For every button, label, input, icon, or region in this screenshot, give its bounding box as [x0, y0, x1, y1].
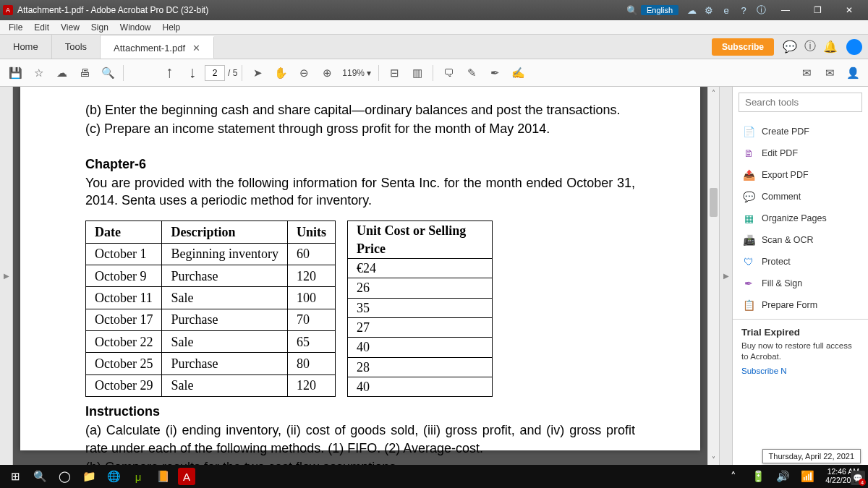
zoom-out-icon[interactable]: ⊖ — [293, 62, 315, 84]
instructions-heading: Instructions — [85, 403, 635, 420]
highlight-icon[interactable]: ✎ — [461, 62, 482, 84]
left-panel-toggle[interactable]: ▶ — [0, 87, 13, 465]
trial-heading: Trial Expired — [741, 327, 859, 338]
page-indicator: / 5 — [205, 65, 237, 81]
close-button[interactable]: ✕ — [833, 0, 865, 20]
task-view-icon[interactable]: ◯ — [52, 465, 77, 488]
tools-list: 📄Create PDF 🗎Edit PDF 📤Export PDF 💬Comme… — [733, 118, 868, 319]
utorrent-icon[interactable]: μ — [126, 465, 150, 488]
taskbar-search-icon[interactable]: 🔍 — [27, 465, 52, 488]
table-row: October 11Sale100 — [86, 287, 336, 309]
wifi-icon[interactable]: 📶 — [795, 465, 820, 488]
subscribe-button[interactable]: Subscribe — [712, 38, 774, 56]
hand-icon[interactable]: ✋ — [270, 62, 292, 84]
table-row: October 22Sale65 — [86, 331, 336, 353]
page-current-input[interactable] — [205, 65, 225, 81]
stamp-icon[interactable]: ✍ — [507, 62, 529, 84]
cloud-icon[interactable]: ☁ — [683, 5, 700, 16]
bell-icon[interactable]: 🔔 — [820, 35, 841, 59]
tool-organize[interactable]: ▦Organize Pages — [733, 207, 868, 229]
tool-protect[interactable]: 🛡Protect — [733, 251, 868, 273]
sign-icon[interactable]: ✒ — [484, 62, 506, 84]
tool-comment[interactable]: 💬Comment — [733, 186, 868, 207]
fit-page-icon[interactable]: ▥ — [407, 62, 428, 84]
save-icon[interactable]: 💾 — [4, 62, 26, 84]
tray-chevron-icon[interactable]: ˄ — [721, 465, 746, 488]
language-badge[interactable]: English — [641, 5, 678, 15]
info-icon[interactable]: ⓘ — [752, 4, 770, 17]
page-up-icon[interactable]: ⭡ — [158, 62, 180, 84]
volume-icon[interactable]: 🔊 — [770, 465, 795, 488]
scroll-down-icon[interactable]: ˅ — [708, 453, 719, 465]
trial-notice: Trial Expired Buy now to restore full ac… — [733, 319, 868, 380]
start-button[interactable]: ⊞ — [3, 465, 27, 488]
scroll-thumb[interactable] — [710, 188, 718, 217]
table-row: 28 — [347, 357, 492, 377]
inventory-table-1: DateDescriptionUnits October 1Beginning … — [85, 221, 336, 397]
vertical-scrollbar[interactable]: ˄ ˅ — [707, 87, 719, 465]
avatar[interactable] — [846, 39, 862, 55]
right-panel-toggle[interactable]: ▶ — [719, 87, 732, 465]
table-row: 26 — [347, 278, 492, 298]
acrobat-taskbar-icon[interactable]: A — [178, 468, 195, 485]
table-row: October 1Beginning inventory60 — [86, 243, 336, 265]
content-area: ▶ (b) Enter the beginning cash and share… — [0, 87, 868, 465]
menu-help[interactable]: Help — [157, 22, 187, 33]
battery-icon[interactable]: 🔋 — [746, 465, 770, 488]
menu-view[interactable]: View — [55, 22, 85, 33]
table-row: 35 — [347, 298, 492, 317]
menu-window[interactable]: Window — [114, 22, 157, 33]
menu-file[interactable]: File — [3, 22, 28, 33]
search-icon[interactable]: 🔍 — [624, 5, 641, 16]
tab-document[interactable]: Attachment-1.pdf ✕ — [101, 36, 214, 59]
inventory-tables: DateDescriptionUnits October 1Beginning … — [85, 221, 635, 397]
windows-taskbar: ⊞ 🔍 ◯ 📁 🌐 μ 📙 A Thursday, April 22, 2021… — [0, 465, 868, 488]
document-toolbar: 💾 ☆ ☁ 🖶 🔍 ⭡ ⭣ / 5 ➤ ✋ ⊖ ⊕ 119% ▾ ⊟ ▥ 🗨 ✎… — [0, 59, 868, 87]
table-row: 27 — [347, 317, 492, 337]
close-icon[interactable]: ✕ — [192, 43, 200, 53]
document-viewport[interactable]: (b) Enter the beginning cash and share c… — [13, 87, 707, 465]
zoom-in-icon[interactable]: ⊕ — [316, 62, 338, 84]
zoom-level[interactable]: 119% ▾ — [339, 68, 374, 78]
tab-tools[interactable]: Tools — [52, 35, 101, 59]
tool-export-pdf[interactable]: 📤Export PDF — [733, 164, 868, 186]
page-down-icon[interactable]: ⭣ — [182, 62, 203, 84]
text-line: (b) Enter the beginning cash and share c… — [85, 101, 635, 119]
tool-prepare-form[interactable]: 📋Prepare Form — [733, 294, 868, 316]
star-icon[interactable]: ☆ — [27, 62, 49, 84]
browser-icon[interactable]: e — [718, 5, 735, 16]
people-icon[interactable]: 👤 — [842, 62, 864, 84]
chrome-icon[interactable]: 🌐 — [101, 465, 126, 488]
tool-edit-pdf[interactable]: 🗎Edit PDF — [733, 142, 868, 164]
date-tooltip: Thursday, April 22, 2021 — [762, 449, 861, 463]
help-circle-icon[interactable]: ⓘ — [800, 35, 820, 59]
app-icon[interactable]: 📙 — [150, 465, 175, 488]
print-icon[interactable]: 🖶 — [74, 62, 95, 84]
tool-create-pdf[interactable]: 📄Create PDF — [733, 121, 868, 142]
help-icon[interactable]: ? — [735, 5, 752, 16]
comment-icon[interactable]: 🗨 — [438, 62, 459, 84]
subscribe-link[interactable]: Subscribe N — [741, 367, 859, 375]
file-explorer-icon[interactable]: 📁 — [77, 465, 101, 488]
pointer-icon[interactable]: ➤ — [247, 62, 268, 84]
menu-sign[interactable]: Sign — [85, 22, 114, 33]
tab-home[interactable]: Home — [0, 35, 52, 59]
share-icon[interactable]: ✉ — [796, 62, 817, 84]
action-center-icon[interactable]: 💬4 — [851, 471, 865, 485]
tool-fill-sign[interactable]: ✒Fill & Sign — [733, 273, 868, 294]
export-pdf-icon: 📤 — [743, 169, 754, 181]
settings-icon[interactable]: ⚙ — [700, 5, 718, 16]
maximize-button[interactable]: ❐ — [801, 0, 833, 20]
cloud-upload-icon[interactable]: ☁ — [51, 62, 72, 84]
fit-width-icon[interactable]: ⊟ — [383, 62, 405, 84]
tool-scan-ocr[interactable]: 📠Scan & OCR — [733, 229, 868, 251]
search-tools-input[interactable] — [739, 93, 862, 112]
table-row: 40 — [347, 377, 492, 396]
minimize-button[interactable]: — — [770, 0, 801, 20]
menu-edit[interactable]: Edit — [28, 22, 55, 33]
scroll-up-icon[interactable]: ˄ — [708, 87, 719, 98]
messages-icon[interactable]: 💬 — [780, 35, 800, 59]
tools-panel: 📄Create PDF 🗎Edit PDF 📤Export PDF 💬Comme… — [732, 87, 868, 465]
find-icon[interactable]: 🔍 — [97, 62, 119, 84]
mail-icon[interactable]: ✉ — [819, 62, 841, 84]
